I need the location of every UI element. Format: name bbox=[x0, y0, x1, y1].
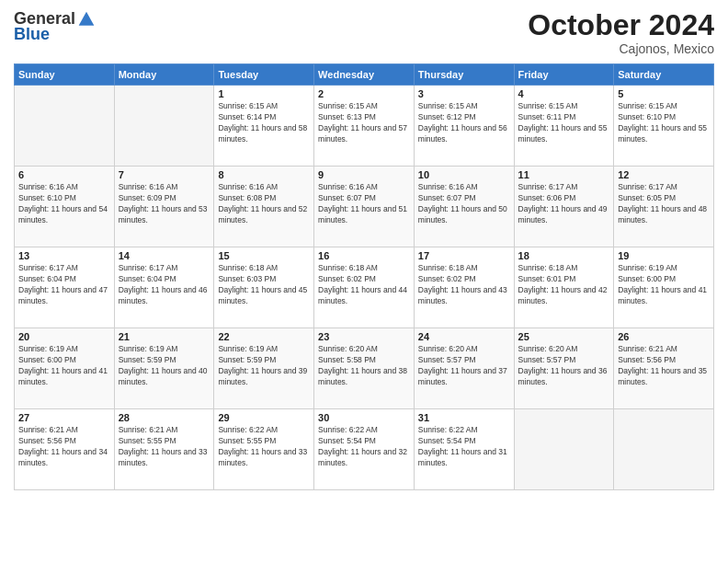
calendar-week-3: 13Sunrise: 6:17 AM Sunset: 6:04 PM Dayli… bbox=[15, 247, 714, 328]
day-number: 21 bbox=[119, 331, 210, 342]
day-number: 24 bbox=[418, 331, 510, 342]
location-subtitle: Cajonos, Mexico bbox=[528, 41, 714, 56]
day-info: Sunrise: 6:19 AM Sunset: 5:59 PM Dayligh… bbox=[119, 344, 210, 388]
calendar-cell: 29Sunrise: 6:22 AM Sunset: 5:55 PM Dayli… bbox=[214, 409, 314, 490]
day-number: 28 bbox=[119, 412, 210, 423]
calendar-cell: 7Sunrise: 6:16 AM Sunset: 6:09 PM Daylig… bbox=[114, 167, 214, 247]
calendar-cell: 13Sunrise: 6:17 AM Sunset: 6:04 PM Dayli… bbox=[15, 247, 115, 328]
day-info: Sunrise: 6:19 AM Sunset: 6:00 PM Dayligh… bbox=[618, 263, 710, 307]
header-saturday: Saturday bbox=[614, 64, 714, 86]
day-info: Sunrise: 6:20 AM Sunset: 5:57 PM Dayligh… bbox=[518, 344, 610, 388]
day-number: 1 bbox=[218, 88, 310, 99]
day-info: Sunrise: 6:15 AM Sunset: 6:12 PM Dayligh… bbox=[418, 101, 510, 145]
header-tuesday: Tuesday bbox=[214, 64, 314, 86]
header-monday: Monday bbox=[114, 64, 214, 86]
calendar-week-5: 27Sunrise: 6:21 AM Sunset: 5:56 PM Dayli… bbox=[15, 409, 714, 490]
day-number: 7 bbox=[119, 169, 210, 180]
day-info: Sunrise: 6:22 AM Sunset: 5:54 PM Dayligh… bbox=[318, 425, 410, 469]
calendar-cell: 16Sunrise: 6:18 AM Sunset: 6:02 PM Dayli… bbox=[314, 247, 415, 328]
calendar-cell: 14Sunrise: 6:17 AM Sunset: 6:04 PM Dayli… bbox=[114, 247, 214, 328]
day-info: Sunrise: 6:15 AM Sunset: 6:13 PM Dayligh… bbox=[318, 101, 410, 145]
day-number: 8 bbox=[218, 169, 310, 180]
day-info: Sunrise: 6:15 AM Sunset: 6:11 PM Dayligh… bbox=[518, 101, 610, 145]
calendar-cell bbox=[514, 409, 614, 490]
day-number: 4 bbox=[518, 88, 610, 99]
day-number: 11 bbox=[518, 169, 610, 180]
day-info: Sunrise: 6:18 AM Sunset: 6:02 PM Dayligh… bbox=[318, 263, 410, 307]
day-info: Sunrise: 6:16 AM Sunset: 6:07 PM Dayligh… bbox=[418, 182, 510, 226]
day-info: Sunrise: 6:16 AM Sunset: 6:07 PM Dayligh… bbox=[318, 182, 410, 226]
calendar-cell: 30Sunrise: 6:22 AM Sunset: 5:54 PM Dayli… bbox=[314, 409, 415, 490]
header-friday: Friday bbox=[514, 64, 614, 86]
header-wednesday: Wednesday bbox=[314, 64, 415, 86]
day-info: Sunrise: 6:22 AM Sunset: 5:54 PM Dayligh… bbox=[418, 425, 510, 469]
calendar-cell: 11Sunrise: 6:17 AM Sunset: 6:06 PM Dayli… bbox=[514, 167, 614, 247]
calendar-cell: 9Sunrise: 6:16 AM Sunset: 6:07 PM Daylig… bbox=[314, 167, 415, 247]
day-number: 12 bbox=[618, 169, 710, 180]
logo-blue: Blue bbox=[14, 25, 50, 44]
day-number: 20 bbox=[18, 331, 110, 342]
calendar-week-4: 20Sunrise: 6:19 AM Sunset: 6:00 PM Dayli… bbox=[15, 328, 714, 409]
day-info: Sunrise: 6:21 AM Sunset: 5:56 PM Dayligh… bbox=[618, 344, 710, 388]
day-number: 6 bbox=[18, 169, 110, 180]
calendar-cell: 5Sunrise: 6:15 AM Sunset: 6:10 PM Daylig… bbox=[614, 86, 714, 167]
calendar-cell: 22Sunrise: 6:19 AM Sunset: 5:59 PM Dayli… bbox=[214, 328, 314, 409]
day-info: Sunrise: 6:16 AM Sunset: 6:08 PM Dayligh… bbox=[218, 182, 310, 226]
day-info: Sunrise: 6:21 AM Sunset: 5:55 PM Dayligh… bbox=[119, 425, 210, 469]
calendar-cell: 8Sunrise: 6:16 AM Sunset: 6:08 PM Daylig… bbox=[214, 167, 314, 247]
month-title: October 2024 bbox=[528, 9, 714, 41]
day-info: Sunrise: 6:16 AM Sunset: 6:09 PM Dayligh… bbox=[119, 182, 210, 226]
day-info: Sunrise: 6:17 AM Sunset: 6:04 PM Dayligh… bbox=[18, 263, 110, 307]
day-number: 13 bbox=[18, 250, 110, 261]
day-info: Sunrise: 6:20 AM Sunset: 5:57 PM Dayligh… bbox=[418, 344, 510, 388]
day-number: 25 bbox=[518, 331, 610, 342]
calendar-cell: 20Sunrise: 6:19 AM Sunset: 6:00 PM Dayli… bbox=[15, 328, 115, 409]
page-header: General Blue October 2024 Cajonos, Mexic… bbox=[14, 9, 714, 56]
calendar-week-1: 1Sunrise: 6:15 AM Sunset: 6:14 PM Daylig… bbox=[15, 86, 714, 167]
day-info: Sunrise: 6:15 AM Sunset: 6:14 PM Dayligh… bbox=[218, 101, 310, 145]
day-number: 29 bbox=[218, 412, 310, 423]
calendar-cell: 1Sunrise: 6:15 AM Sunset: 6:14 PM Daylig… bbox=[214, 86, 314, 167]
day-number: 18 bbox=[518, 250, 610, 261]
day-info: Sunrise: 6:19 AM Sunset: 6:00 PM Dayligh… bbox=[18, 344, 110, 388]
calendar-cell: 15Sunrise: 6:18 AM Sunset: 6:03 PM Dayli… bbox=[214, 247, 314, 328]
calendar-cell bbox=[114, 86, 214, 167]
day-info: Sunrise: 6:20 AM Sunset: 5:58 PM Dayligh… bbox=[318, 344, 410, 388]
day-number: 22 bbox=[218, 331, 310, 342]
calendar-cell: 27Sunrise: 6:21 AM Sunset: 5:56 PM Dayli… bbox=[15, 409, 115, 490]
day-info: Sunrise: 6:17 AM Sunset: 6:04 PM Dayligh… bbox=[119, 263, 210, 307]
title-block: October 2024 Cajonos, Mexico bbox=[528, 9, 714, 56]
day-number: 15 bbox=[218, 250, 310, 261]
calendar-cell: 24Sunrise: 6:20 AM Sunset: 5:57 PM Dayli… bbox=[414, 328, 514, 409]
logo-icon bbox=[77, 10, 96, 29]
calendar-cell: 28Sunrise: 6:21 AM Sunset: 5:55 PM Dayli… bbox=[114, 409, 214, 490]
day-info: Sunrise: 6:22 AM Sunset: 5:55 PM Dayligh… bbox=[218, 425, 310, 469]
day-number: 2 bbox=[318, 88, 410, 99]
day-info: Sunrise: 6:18 AM Sunset: 6:03 PM Dayligh… bbox=[218, 263, 310, 307]
calendar-cell: 18Sunrise: 6:18 AM Sunset: 6:01 PM Dayli… bbox=[514, 247, 614, 328]
calendar-table: Sunday Monday Tuesday Wednesday Thursday… bbox=[14, 63, 714, 490]
calendar-cell: 10Sunrise: 6:16 AM Sunset: 6:07 PM Dayli… bbox=[414, 167, 514, 247]
day-info: Sunrise: 6:17 AM Sunset: 6:06 PM Dayligh… bbox=[518, 182, 610, 226]
day-info: Sunrise: 6:18 AM Sunset: 6:02 PM Dayligh… bbox=[418, 263, 510, 307]
calendar-cell: 12Sunrise: 6:17 AM Sunset: 6:05 PM Dayli… bbox=[614, 167, 714, 247]
header-sunday: Sunday bbox=[15, 64, 115, 86]
calendar-cell bbox=[614, 409, 714, 490]
day-number: 30 bbox=[318, 412, 410, 423]
calendar-cell bbox=[15, 86, 115, 167]
calendar-cell: 26Sunrise: 6:21 AM Sunset: 5:56 PM Dayli… bbox=[614, 328, 714, 409]
day-number: 14 bbox=[119, 250, 210, 261]
day-number: 26 bbox=[618, 331, 710, 342]
calendar-cell: 4Sunrise: 6:15 AM Sunset: 6:11 PM Daylig… bbox=[514, 86, 614, 167]
day-number: 5 bbox=[618, 88, 710, 99]
calendar-week-2: 6Sunrise: 6:16 AM Sunset: 6:10 PM Daylig… bbox=[15, 167, 714, 247]
day-number: 23 bbox=[318, 331, 410, 342]
day-number: 16 bbox=[318, 250, 410, 261]
day-number: 10 bbox=[418, 169, 510, 180]
day-info: Sunrise: 6:21 AM Sunset: 5:56 PM Dayligh… bbox=[18, 425, 110, 469]
day-number: 19 bbox=[618, 250, 710, 261]
day-info: Sunrise: 6:19 AM Sunset: 5:59 PM Dayligh… bbox=[218, 344, 310, 388]
calendar-cell: 31Sunrise: 6:22 AM Sunset: 5:54 PM Dayli… bbox=[414, 409, 514, 490]
day-number: 17 bbox=[418, 250, 510, 261]
day-info: Sunrise: 6:18 AM Sunset: 6:01 PM Dayligh… bbox=[518, 263, 610, 307]
